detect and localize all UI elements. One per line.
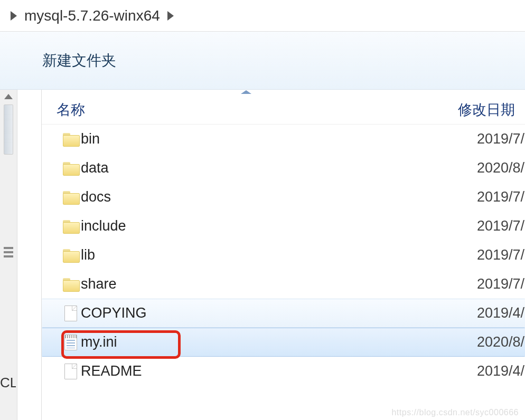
new-folder-button[interactable]: 新建文件夹 [37,47,121,74]
file-name: data [81,160,477,176]
scroll-up-icon[interactable] [4,94,13,99]
sidebar-scrollbar[interactable] [0,90,17,420]
file-name: lib [81,247,477,263]
scroll-grip-icon [4,247,13,257]
file-date: 2019/7/ [477,218,524,234]
watermark: https://blog.csdn.net/syc000666 [391,408,519,417]
file-row[interactable]: bin2019/7/ [42,125,525,154]
file-row[interactable]: docs2019/7/ [42,183,525,212]
file-name: README [81,363,477,379]
folder-icon [63,278,79,291]
file-icon [64,306,77,321]
breadcrumb-folder[interactable]: mysql-5.7.26-winx64 [24,7,160,24]
toolbar: 新建文件夹 [0,32,525,90]
file-list: bin2019/7/data2020/8/docs2019/7/include2… [42,125,525,420]
file-date: 2019/4/ [477,305,524,321]
file-row[interactable]: my.ini2020/8/ [42,328,525,357]
file-name: my.ini [81,334,477,350]
breadcrumb-arrow-icon [11,11,17,21]
file-name: COPYING [81,305,477,321]
column-headers: 名称 修改日期 [42,95,525,125]
file-name: bin [81,131,477,147]
file-row[interactable]: data2020/8/ [42,154,525,183]
file-date: 2019/7/ [477,189,524,205]
file-date: 2019/7/ [477,276,524,292]
file-date: 2019/7/ [477,247,524,263]
file-name: include [81,218,477,234]
file-date: 2020/8/ [477,160,524,176]
file-date: 2020/8/ [477,334,524,350]
column-header-name[interactable]: 名称 [57,100,458,119]
file-row[interactable]: README2019/4/ [42,357,525,386]
file-row[interactable]: share2019/7/ [42,270,525,299]
tree-panel [17,90,42,420]
file-panel: 名称 修改日期 bin2019/7/data2020/8/docs2019/7/… [42,90,525,420]
content-area: CL 名称 修改日期 bin2019/7/data2020/8/docs2019… [0,90,525,420]
ini-file-icon [64,335,77,350]
folder-icon [63,162,79,175]
sort-indicator [42,90,525,94]
folder-icon [63,191,79,204]
file-date: 2019/7/ [477,131,524,147]
scroll-thumb[interactable] [4,104,13,155]
file-name: share [81,276,477,292]
folder-icon [63,133,79,146]
file-icon [64,364,77,379]
file-name: docs [81,189,477,205]
sidebar-truncated-label: CL [0,375,16,391]
folder-icon [63,220,79,233]
column-header-date[interactable]: 修改日期 [458,100,515,119]
sort-ascending-icon [241,90,251,94]
breadcrumb-bar[interactable]: mysql-5.7.26-winx64 [0,0,525,32]
breadcrumb-arrow-icon [167,11,174,21]
file-date: 2019/4/ [477,363,524,379]
file-row[interactable]: lib2019/7/ [42,241,525,270]
file-row[interactable]: include2019/7/ [42,212,525,241]
folder-icon [63,249,79,262]
file-row[interactable]: COPYING2019/4/ [42,299,525,328]
